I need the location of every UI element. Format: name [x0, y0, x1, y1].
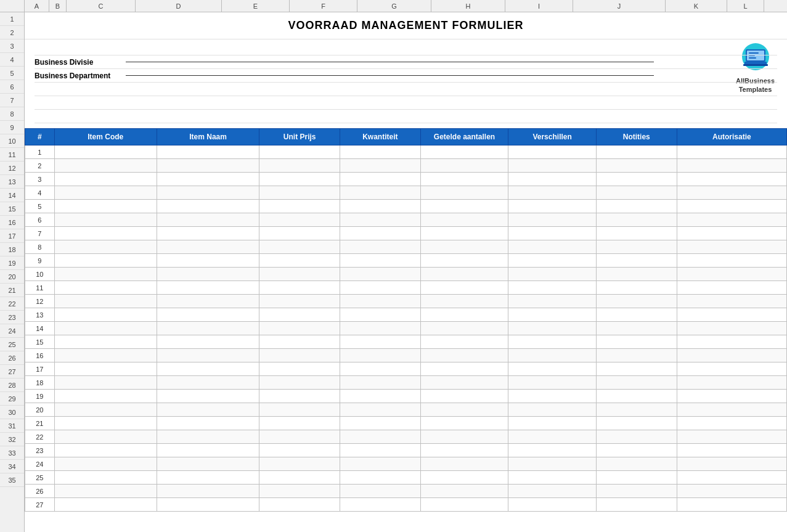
table-row[interactable]: 6 [25, 213, 787, 227]
cell-row14-col8[interactable] [677, 322, 786, 335]
cell-row10-col1[interactable] [54, 268, 157, 281]
cell-row14-col6[interactable] [508, 322, 597, 335]
table-row[interactable]: 22 [25, 430, 787, 444]
cell-row20-col1[interactable] [54, 403, 157, 417]
table-row[interactable]: 16 [25, 349, 787, 362]
cell-row18-col6[interactable] [508, 376, 597, 390]
cell-row1-col7[interactable] [596, 145, 677, 159]
cell-row13-col3[interactable] [259, 308, 340, 322]
cell-row24-col4[interactable] [340, 457, 421, 471]
cell-row7-col5[interactable] [420, 227, 508, 240]
cell-row10-col3[interactable] [259, 268, 340, 281]
cell-row5-col8[interactable] [677, 200, 786, 213]
cell-row2-col5[interactable] [420, 159, 508, 173]
cell-row4-col7[interactable] [596, 186, 677, 200]
cell-row2-col7[interactable] [596, 159, 677, 173]
table-row[interactable]: 24 [25, 457, 787, 471]
cell-row27-col2[interactable] [157, 498, 259, 512]
cell-row25-col6[interactable] [508, 471, 597, 485]
cell-row20-col4[interactable] [340, 403, 421, 417]
cell-row11-col7[interactable] [596, 281, 677, 295]
table-row[interactable]: 1 [25, 145, 787, 159]
table-row[interactable]: 10 [25, 268, 787, 281]
table-row[interactable]: 18 [25, 376, 787, 390]
cell-row23-col2[interactable] [157, 444, 259, 457]
cell-row2-col4[interactable] [340, 159, 421, 173]
cell-row5-col7[interactable] [596, 200, 677, 213]
cell-row26-col4[interactable] [340, 485, 421, 498]
cell-row27-col6[interactable] [508, 498, 597, 512]
cell-row19-col6[interactable] [508, 390, 597, 403]
cell-row21-col4[interactable] [340, 417, 421, 430]
cell-row14-col7[interactable] [596, 322, 677, 335]
cell-row25-col2[interactable] [157, 471, 259, 485]
cell-row11-col4[interactable] [340, 281, 421, 295]
cell-row6-col2[interactable] [157, 213, 259, 227]
cell-row27-col3[interactable] [259, 498, 340, 512]
cell-row16-col3[interactable] [259, 349, 340, 362]
cell-row27-col5[interactable] [420, 498, 508, 512]
cell-row12-col3[interactable] [259, 295, 340, 308]
cell-row21-col5[interactable] [420, 417, 508, 430]
cell-row1-col3[interactable] [259, 145, 340, 159]
cell-row3-col2[interactable] [157, 173, 259, 186]
cell-row25-col3[interactable] [259, 471, 340, 485]
cell-row2-col6[interactable] [508, 159, 597, 173]
cell-row17-col1[interactable] [54, 362, 157, 376]
cell-row15-col5[interactable] [420, 335, 508, 349]
cell-row10-col6[interactable] [508, 268, 597, 281]
cell-row3-col6[interactable] [508, 173, 597, 186]
cell-row12-col4[interactable] [340, 295, 421, 308]
cell-row2-col1[interactable] [54, 159, 157, 173]
cell-row18-col3[interactable] [259, 376, 340, 390]
cell-row23-col1[interactable] [54, 444, 157, 457]
cell-row17-col7[interactable] [596, 362, 677, 376]
table-row[interactable]: 14 [25, 322, 787, 335]
cell-row1-col6[interactable] [508, 145, 597, 159]
cell-row16-col8[interactable] [677, 349, 786, 362]
cell-row19-col7[interactable] [596, 390, 677, 403]
cell-row12-col7[interactable] [596, 295, 677, 308]
cell-row27-col7[interactable] [596, 498, 677, 512]
cell-row27-col4[interactable] [340, 498, 421, 512]
cell-row8-col1[interactable] [54, 240, 157, 254]
cell-row21-col7[interactable] [596, 417, 677, 430]
cell-row20-col3[interactable] [259, 403, 340, 417]
cell-row19-col8[interactable] [677, 390, 786, 403]
cell-row12-col1[interactable] [54, 295, 157, 308]
cell-row22-col6[interactable] [508, 430, 597, 444]
cell-row23-col4[interactable] [340, 444, 421, 457]
cell-row8-col3[interactable] [259, 240, 340, 254]
cell-row12-col6[interactable] [508, 295, 597, 308]
cell-row22-col3[interactable] [259, 430, 340, 444]
cell-row21-col1[interactable] [54, 417, 157, 430]
cell-row8-col5[interactable] [420, 240, 508, 254]
cell-row26-col6[interactable] [508, 485, 597, 498]
cell-row15-col4[interactable] [340, 335, 421, 349]
cell-row16-col6[interactable] [508, 349, 597, 362]
table-row[interactable]: 8 [25, 240, 787, 254]
cell-row24-col2[interactable] [157, 457, 259, 471]
cell-row20-col5[interactable] [420, 403, 508, 417]
cell-row19-col5[interactable] [420, 390, 508, 403]
cell-row9-col8[interactable] [677, 254, 786, 268]
cell-row8-col8[interactable] [677, 240, 786, 254]
cell-row13-col4[interactable] [340, 308, 421, 322]
cell-row3-col3[interactable] [259, 173, 340, 186]
cell-row22-col4[interactable] [340, 430, 421, 444]
cell-row22-col8[interactable] [677, 430, 786, 444]
cell-row25-col7[interactable] [596, 471, 677, 485]
cell-row14-col1[interactable] [54, 322, 157, 335]
cell-row26-col2[interactable] [157, 485, 259, 498]
cell-row5-col5[interactable] [420, 200, 508, 213]
table-row[interactable]: 3 [25, 173, 787, 186]
cell-row16-col5[interactable] [420, 349, 508, 362]
table-row[interactable]: 27 [25, 498, 787, 512]
cell-row9-col5[interactable] [420, 254, 508, 268]
cell-row14-col5[interactable] [420, 322, 508, 335]
cell-row23-col6[interactable] [508, 444, 597, 457]
cell-row15-col8[interactable] [677, 335, 786, 349]
cell-row13-col2[interactable] [157, 308, 259, 322]
cell-row22-col2[interactable] [157, 430, 259, 444]
cell-row7-col7[interactable] [596, 227, 677, 240]
